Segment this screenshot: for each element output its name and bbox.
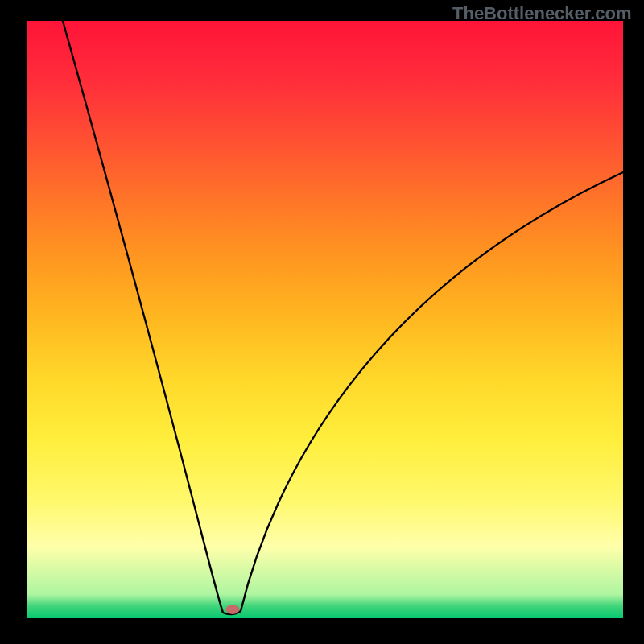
watermark-text: TheBottlenecker.com (452, 3, 632, 24)
optimal-point-marker (226, 605, 240, 614)
gradient-background (27, 21, 623, 618)
